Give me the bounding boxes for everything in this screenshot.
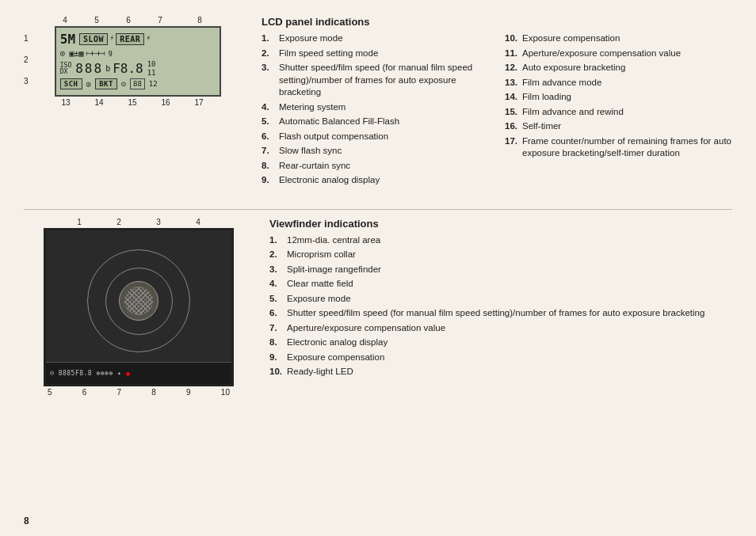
lcd-item-14: 14. Film loading	[505, 91, 732, 104]
vf-text-9: Exposure compensation	[287, 352, 732, 364]
vf-item-5: 5. Exposure mode	[269, 293, 732, 306]
vf-num-2: 2.	[269, 249, 287, 261]
vf-label-4: 4	[196, 218, 200, 226]
lcd-item-9: 9. Electronic analog display	[262, 174, 489, 187]
lcd-num-12: 12.	[505, 62, 522, 74]
lcd-right-10: 10	[147, 60, 156, 68]
lcd-text-14: Film loading	[522, 91, 732, 104]
lcd-num-14: 14.	[505, 91, 522, 104]
lcd-row4: SCH ⊙ BKT ☺ 88 12	[60, 78, 216, 89]
page-number: 8	[24, 515, 29, 526]
lcd-digits: 888	[75, 61, 103, 76]
vf-label-6: 6	[82, 388, 87, 397]
lcd-sch: SCH	[60, 78, 82, 89]
lcd-text-5: Automatic Balanced Fill-Flash	[279, 116, 489, 128]
lcd-item-5: 5. Automatic Balanced Fill-Flash	[262, 116, 489, 128]
vf-num-9: 9.	[269, 352, 287, 364]
vf-text-4: Clear matte field	[287, 278, 732, 291]
lcd-text-8: Rear-curtain sync	[279, 160, 489, 173]
lcd-item-13: 13. Film advance mode	[505, 77, 732, 89]
lcd-right-12: 12	[149, 80, 158, 88]
lcd-circle-dot: ⊙	[60, 48, 66, 59]
lcd-num-3: 3.	[262, 62, 279, 99]
vf-item-8: 8. Electronic analog display	[269, 336, 732, 349]
lcd-text-1: Exposure mode	[279, 32, 489, 45]
top-section: 4 5 6 7 8 1 2 3 5M	[24, 16, 732, 189]
vf-text-7: Aperture/exposure compensation value	[287, 322, 732, 335]
vf-diagram: 1 2 3 4 ☺ 8885F8.8	[24, 218, 254, 397]
lcd-item-16: 16. Self-timer	[505, 120, 732, 133]
vf-inner	[58, 242, 220, 360]
vf-num-7: 7.	[269, 322, 287, 335]
lcd-row2: ⊙ ▣±▦ ⊢⊣⊢⊣⊢⊣ 9	[60, 48, 216, 59]
lcd-num-7: 7.	[262, 145, 279, 158]
lcd-num-13: 13.	[505, 77, 522, 89]
vf-label-10: 10	[221, 388, 230, 397]
lcd-text-6: Flash output compensation	[279, 131, 489, 143]
vf-bottom-bar: ☺ 8885F8.8 ⊕⊕⊕⊕ ✦ ◆	[46, 362, 231, 384]
lcd-item-1: 1. Exposure mode	[262, 32, 489, 45]
vf-text-6: Shutter speed/film speed (for manual fil…	[287, 307, 732, 320]
lcd-item-12: 12. Auto exposure bracketing	[505, 62, 732, 74]
lcd-bar-graph: ⊢⊣⊢⊣⊢⊣	[86, 50, 104, 57]
lcd-label-13: 13	[61, 98, 70, 107]
vf-item-9: 9. Exposure compensation	[269, 352, 732, 364]
lcd-item-3: 3. Shutter speed/film speed (for manual …	[262, 62, 489, 99]
lcd-label-1: 1	[24, 34, 29, 43]
vf-text-5: Exposure mode	[287, 293, 732, 306]
lcd-num-8: 8.	[262, 160, 279, 173]
vf-display-text: ☺ 8885F8.8 ⊕⊕⊕⊕ ✦	[50, 370, 121, 377]
vf-item-7: 7. Aperture/exposure compensation value	[269, 322, 732, 335]
lcd-label-2: 2	[24, 55, 29, 64]
lcd-right-num-9: 9	[108, 50, 112, 58]
lcd-panel: 5M SLOW ⚡ REAR ⚡ ⊙ ▣±▦	[55, 26, 221, 97]
lcd-num-17: 17.	[505, 135, 522, 160]
lcd-text-11: Aperture/exposure compensation value	[522, 48, 732, 60]
vf-text-10: Ready-light LED	[287, 366, 732, 378]
lcd-dx: DX	[60, 69, 71, 75]
vf-num-6: 6.	[269, 307, 287, 320]
vf-item-10: 10. Ready-light LED	[269, 366, 732, 378]
lcd-item-7: 7. Slow flash sync	[262, 145, 489, 158]
lcd-b: b	[105, 64, 110, 73]
vf-item-6: 6. Shutter speed/film speed (for manual …	[269, 307, 732, 320]
vf-text-8: Electronic analog display	[287, 336, 732, 349]
lcd-f88: F8.8	[113, 61, 143, 76]
lcd-slow: SLOW	[79, 33, 108, 45]
vf-text-3: Split-image rangefinder	[287, 264, 732, 276]
vf-num-8: 8.	[269, 336, 287, 349]
lcd-item-15: 15. Film advance and rewind	[505, 106, 732, 119]
vf-item-1: 1. 12mm-dia. central area	[269, 234, 732, 247]
vf-label-2: 2	[116, 218, 121, 226]
lcd-label-4: 4	[63, 16, 67, 25]
lcd-text-3: Shutter speed/film speed (for manual fil…	[279, 62, 489, 99]
vf-num-3: 3.	[269, 264, 287, 276]
lcd-item-8: 8. Rear-curtain sync	[262, 160, 489, 173]
lcd-label-5: 5	[94, 16, 99, 25]
lcd-text-10: Exposure compensation	[522, 32, 732, 45]
bottom-section: 1 2 3 4 ☺ 8885F8.8	[24, 218, 732, 397]
vf-num-1: 1.	[269, 234, 287, 247]
vf-label-3: 3	[156, 218, 161, 226]
lcd-target: ⊙	[86, 79, 92, 89]
page: 4 5 6 7 8 1 2 3 5M	[0, 0, 756, 536]
lcd-num-16: 16.	[505, 120, 522, 133]
lcd-text-7: Slow flash sync	[279, 145, 489, 158]
vf-num-5: 5.	[269, 293, 287, 306]
lcd-label-15: 15	[128, 98, 136, 107]
lcd-label-6: 6	[126, 16, 131, 25]
vf-text-1: 12mm-dia. central area	[287, 234, 732, 247]
lcd-88: 88	[130, 78, 145, 89]
lcd-text-9: Electronic analog display	[279, 174, 489, 187]
lcd-diagram: 4 5 6 7 8 1 2 3 5M	[24, 16, 246, 189]
lcd-bkt: BKT	[95, 78, 117, 89]
lcd-num-11: 11.	[505, 48, 522, 60]
vf-num-4: 4.	[269, 278, 287, 291]
lcd-item-17: 17. Frame counter/number of remaining fr…	[505, 135, 732, 160]
lcd-num-4: 4.	[262, 101, 279, 114]
lcd-num-9: 9.	[262, 174, 279, 187]
vf-text-2: Microprism collar	[287, 249, 732, 261]
lcd-num-15: 15.	[505, 106, 522, 119]
lcd-title: LCD panel indications	[262, 16, 732, 28]
lcd-item-6: 6. Flash output compensation	[262, 131, 489, 143]
